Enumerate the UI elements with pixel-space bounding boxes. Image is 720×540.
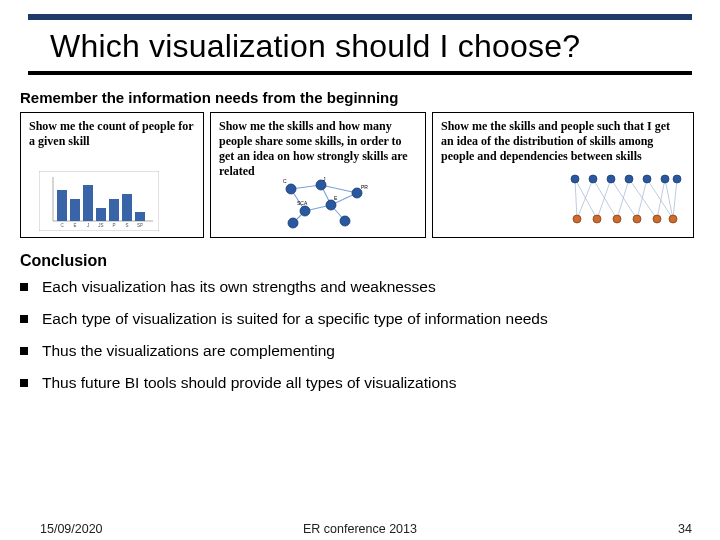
title-underline — [28, 71, 692, 75]
svg-rect-8 — [122, 194, 132, 221]
bullet-list: Each visualization has its own strengths… — [20, 278, 700, 392]
bullet-text: Each type of visualization is suited for… — [42, 310, 548, 328]
list-item: Each type of visualization is suited for… — [20, 310, 700, 328]
cards-row: Show me the count of people for a given … — [20, 112, 700, 238]
svg-text:PR: PR — [361, 184, 368, 190]
svg-rect-7 — [109, 199, 119, 221]
bullet-icon — [20, 347, 28, 355]
bullet-text: Each visualization has its own strengths… — [42, 278, 436, 296]
bullet-icon — [20, 315, 28, 323]
bullet-icon — [20, 379, 28, 387]
bullet-icon — [20, 283, 28, 291]
card-text: Show me the skills and people such that … — [441, 119, 685, 164]
svg-text:E: E — [334, 195, 338, 201]
svg-point-58 — [593, 215, 601, 223]
svg-point-31 — [288, 218, 298, 228]
bar-chart-thumb: CEJ JSPSSP — [39, 171, 159, 231]
conclusion-heading: Conclusion — [20, 252, 720, 270]
svg-text:SCA: SCA — [297, 200, 308, 206]
svg-text:E: E — [73, 223, 76, 228]
svg-point-59 — [613, 215, 621, 223]
card-text: Show me the count of people for a given … — [29, 119, 195, 149]
bullet-text: Thus the visualizations are complementin… — [42, 342, 335, 360]
svg-point-56 — [673, 175, 681, 183]
svg-point-55 — [661, 175, 669, 183]
svg-point-30 — [340, 216, 350, 226]
svg-line-18 — [321, 185, 357, 193]
svg-text:JS: JS — [98, 223, 103, 228]
svg-line-37 — [575, 179, 577, 219]
list-item: Thus the visualizations are complementin… — [20, 342, 700, 360]
list-item: Thus future BI tools should provide all … — [20, 374, 700, 392]
svg-text:SP: SP — [137, 223, 143, 228]
svg-rect-5 — [83, 185, 93, 221]
footer-venue: ER conference 2013 — [0, 522, 720, 536]
card-network-skills: Show me the skills and how many people s… — [210, 112, 426, 238]
svg-line-39 — [577, 179, 593, 219]
svg-point-29 — [326, 200, 336, 210]
svg-text:J: J — [323, 176, 326, 182]
svg-line-43 — [617, 179, 629, 219]
svg-line-45 — [637, 179, 647, 219]
slide: Which visualization should I choose? Rem… — [0, 14, 720, 540]
svg-line-49 — [673, 179, 677, 219]
svg-point-57 — [573, 215, 581, 223]
top-accent-bar — [28, 14, 692, 20]
svg-point-61 — [653, 215, 661, 223]
slide-title: Which visualization should I choose? — [50, 28, 720, 65]
bullet-text: Thus future BI tools should provide all … — [42, 374, 456, 392]
svg-point-50 — [571, 175, 579, 183]
svg-text:P: P — [112, 223, 115, 228]
svg-point-62 — [669, 215, 677, 223]
slide-footer: 15/09/2020 ER conference 2013 34 — [0, 522, 720, 536]
bipartite-thumb — [565, 169, 685, 231]
card-text: Show me the skills and how many people s… — [219, 119, 417, 179]
svg-rect-4 — [70, 199, 80, 221]
network-thumb: CJ PRSCA E — [271, 175, 381, 231]
svg-point-51 — [589, 175, 597, 183]
svg-point-60 — [633, 215, 641, 223]
svg-point-54 — [643, 175, 651, 183]
svg-line-38 — [575, 179, 597, 219]
svg-point-25 — [286, 184, 296, 194]
svg-line-41 — [597, 179, 611, 219]
list-item: Each visualization has its own strengths… — [20, 278, 700, 296]
svg-rect-9 — [135, 212, 145, 221]
svg-rect-3 — [57, 190, 67, 221]
card-bar-chart: Show me the count of people for a given … — [20, 112, 204, 238]
svg-point-52 — [607, 175, 615, 183]
svg-text:S: S — [125, 223, 128, 228]
svg-rect-6 — [96, 208, 106, 221]
svg-point-53 — [625, 175, 633, 183]
svg-text:C: C — [283, 178, 287, 184]
remember-heading: Remember the information needs from the … — [20, 89, 720, 106]
svg-text:J: J — [87, 223, 89, 228]
card-bipartite-graph: Show me the skills and people such that … — [432, 112, 694, 238]
svg-line-40 — [593, 179, 617, 219]
svg-line-47 — [657, 179, 665, 219]
svg-point-28 — [300, 206, 310, 216]
